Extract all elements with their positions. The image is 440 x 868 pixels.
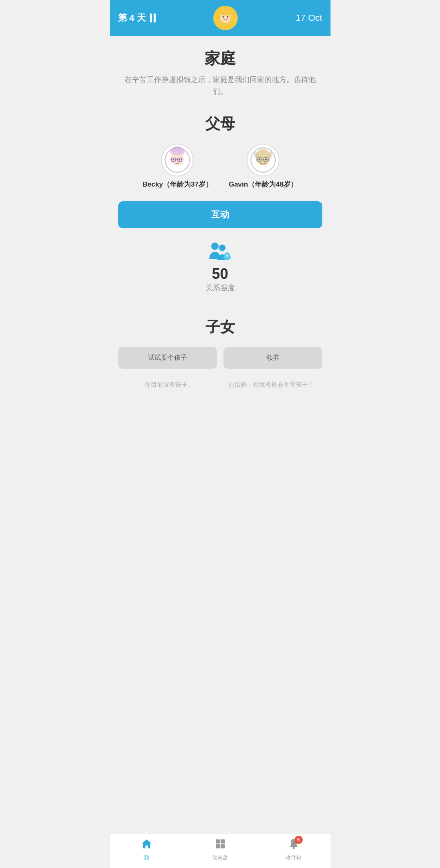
avatar[interactable]: [213, 6, 238, 30]
parents-title: 父母: [118, 114, 322, 134]
svg-point-2: [218, 7, 233, 16]
nav-item-me[interactable]: 我: [132, 838, 161, 861]
svg-point-16: [179, 159, 181, 160]
main-content: 家庭 在辛苦工作挣虚拟钱之后，家庭是我们回家的地方。善待他们。 父母: [110, 36, 331, 868]
parent-name-becky: Becky（年龄为37岁）: [143, 180, 212, 189]
parent-item-becky: Becky（年龄为37岁）: [143, 144, 212, 189]
pause-icon[interactable]: [150, 13, 156, 22]
svg-point-30: [211, 243, 219, 250]
svg-point-5: [217, 14, 221, 20]
header: 第 4 天 17 Oct: [110, 0, 331, 36]
bottom-nav: 我 仪表盘 5 收件箱: [110, 834, 331, 868]
interact-button[interactable]: 互动: [118, 201, 322, 228]
svg-rect-34: [216, 839, 220, 844]
parent-avatar-gavin: [247, 144, 279, 176]
svg-point-20: [254, 151, 258, 158]
parents-row: Becky（年龄为37岁）: [118, 144, 322, 189]
nav-inbox-label: 收件箱: [286, 854, 302, 861]
nav-dashboard-label: 仪表盘: [212, 854, 228, 861]
nav-item-inbox[interactable]: 5 收件箱: [279, 838, 308, 861]
try-child-button[interactable]: 试试要个孩子: [118, 347, 217, 369]
svg-point-4: [227, 16, 228, 18]
svg-point-15: [173, 159, 174, 160]
svg-point-21: [268, 151, 272, 158]
svg-point-28: [265, 158, 267, 160]
parents-section: 父母: [118, 106, 322, 313]
bottom-hint: 你目前没有孩子。 已结婚，你就有机会生育孩子！: [118, 377, 322, 421]
children-title: 子女: [118, 317, 322, 337]
family-section: 家庭 在辛苦工作挣虚拟钱之后，家庭是我们回家的地方。善待他们。: [118, 36, 322, 106]
home-icon: [141, 838, 152, 852]
inbox-badge: 5: [295, 836, 303, 844]
bottom-hint-right: 已结婚，你就有机会生育孩子！: [220, 381, 322, 389]
inbox-bell-wrapper: 5: [288, 838, 299, 852]
header-date: 17 Oct: [296, 13, 322, 23]
relationship-value: 50: [118, 267, 322, 281]
nav-item-dashboard[interactable]: 仪表盘: [206, 838, 235, 861]
svg-point-6: [230, 14, 234, 20]
header-left: 第 4 天: [118, 12, 156, 24]
parent-item-gavin: Gavin（年龄为48岁）: [229, 144, 297, 189]
family-icon: [118, 240, 322, 265]
svg-rect-36: [216, 844, 220, 848]
nav-me-label: 我: [144, 854, 149, 861]
day-label: 第 4 天: [118, 12, 146, 24]
svg-point-38: [293, 847, 295, 849]
svg-point-31: [219, 245, 226, 251]
adopt-button[interactable]: 领养: [223, 347, 322, 369]
svg-rect-35: [221, 839, 225, 844]
parent-avatar-becky: [161, 144, 194, 176]
svg-point-19: [256, 149, 270, 165]
children-buttons: 试试要个孩子 领养: [118, 347, 322, 369]
family-title: 家庭: [122, 48, 318, 69]
svg-point-3: [223, 16, 224, 18]
children-section: 子女 试试要个孩子 领养: [118, 313, 322, 377]
svg-rect-37: [221, 844, 225, 848]
bottom-hint-left: 你目前没有孩子。: [118, 381, 220, 389]
relationship-section: 50 关系强度: [118, 236, 322, 305]
svg-point-27: [259, 158, 260, 160]
parent-name-gavin: Gavin（年龄为48岁）: [229, 180, 297, 189]
family-desc: 在辛苦工作挣虚拟钱之后，家庭是我们回家的地方。善待他们。: [122, 74, 318, 98]
relationship-label: 关系强度: [118, 283, 322, 293]
dashboard-icon: [214, 838, 226, 852]
